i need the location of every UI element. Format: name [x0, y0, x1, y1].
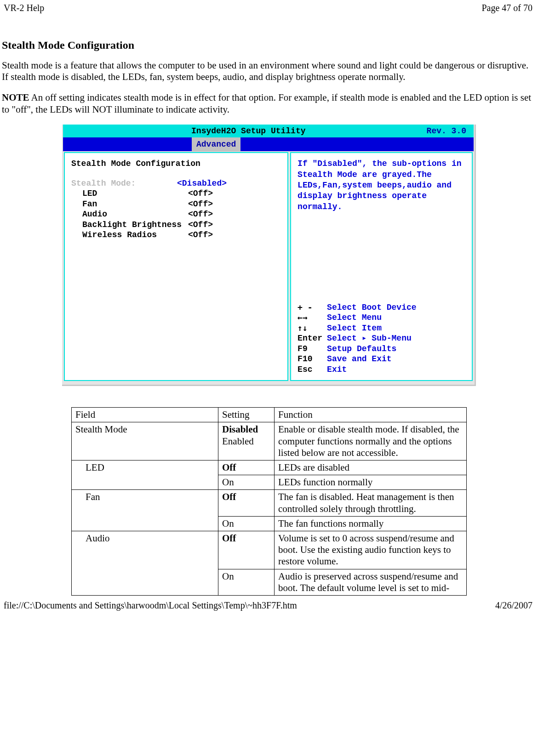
- table-header-row: Field Setting Function: [72, 408, 467, 422]
- page-header: VR-2 Help Page 47 of 70: [2, 0, 536, 18]
- bios-item-radios[interactable]: Wireless Radios <Off>: [71, 230, 281, 240]
- bios-tab-advanced[interactable]: Advanced: [192, 137, 240, 152]
- bios-item-audio[interactable]: Audio <Off>: [71, 209, 281, 220]
- bios-screenshot: InsydeH2O Setup Utility Rev. 3.0 Advance…: [62, 125, 476, 387]
- bios-revision: Rev. 3.0: [427, 126, 466, 136]
- bios-item-fan[interactable]: Fan <Off>: [71, 199, 281, 210]
- settings-table: Field Setting Function Stealth Mode Disa…: [71, 407, 467, 596]
- bios-utility-name: InsydeH2O Setup Utility: [70, 126, 427, 136]
- bios-right-pane: If "Disabled", the sub-options in Stealt…: [290, 152, 473, 381]
- note-label: NOTE: [2, 92, 29, 103]
- table-row: Fan Off The fan is disabled. Heat manage…: [72, 490, 467, 516]
- table-row: Stealth Mode DisabledEnabled Enable or d…: [72, 422, 467, 460]
- th-function: Function: [275, 408, 467, 422]
- footer-path: file://C:\Documents and Settings\harwood…: [4, 600, 297, 611]
- table-row: LED Off LEDs are disabled: [72, 460, 467, 475]
- bios-item-stealth[interactable]: Stealth Mode: <Disabled>: [71, 178, 281, 189]
- intro-paragraph: Stealth mode is a feature that allows th…: [2, 60, 536, 83]
- note-paragraph: NOTE An off setting indicates stealth mo…: [2, 92, 536, 115]
- bios-tabbar: Advanced: [63, 137, 474, 151]
- header-right: Page 47 of 70: [481, 3, 532, 13]
- bios-titlebar: InsydeH2O Setup Utility Rev. 3.0: [63, 125, 474, 138]
- th-setting: Setting: [218, 408, 275, 422]
- th-field: Field: [72, 408, 218, 422]
- table-row: Audio Off Volume is set to 0 across susp…: [72, 531, 467, 569]
- footer-date: 4/26/2007: [495, 600, 532, 611]
- bios-section-title: Stealth Mode Configuration: [71, 159, 281, 169]
- bios-item-led[interactable]: LED <Off>: [71, 188, 281, 199]
- note-text: An off setting indicates stealth mode is…: [2, 92, 531, 114]
- page-title: Stealth Mode Configuration: [2, 39, 536, 51]
- page-footer: file://C:\Documents and Settings\harwood…: [2, 596, 536, 615]
- bios-item-brightness[interactable]: Backlight Brightness <Off>: [71, 220, 281, 230]
- header-left: VR-2 Help: [4, 3, 44, 13]
- bios-help-text: If "Disabled", the sub-options in Stealt…: [298, 159, 465, 212]
- bios-key-legend: + -Select Boot Device ←→Select Menu ↑↓Se…: [298, 302, 465, 375]
- bios-left-pane: Stealth Mode Configuration Stealth Mode:…: [64, 152, 288, 381]
